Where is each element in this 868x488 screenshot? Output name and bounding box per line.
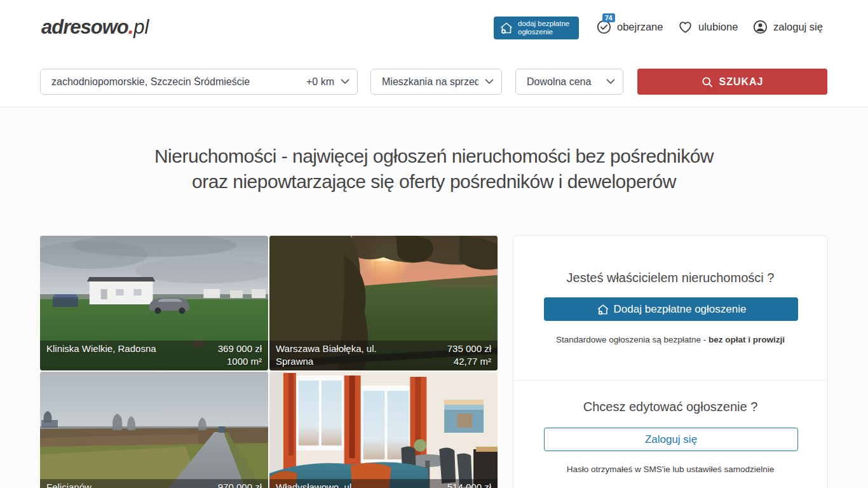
listing-card[interactable]: Władysławowo, ul. 514 000 zł [269, 372, 498, 488]
location-select[interactable]: zachodniopomorskie, Szczecin Śródmieście… [40, 69, 358, 95]
add-free-listing-label: Dodaj bezpłatne ogłoszenie [614, 303, 747, 316]
property-type-select[interactable]: Mieszkania na sprzedaż [370, 69, 502, 95]
listing-price: 970 000 zł [218, 481, 262, 488]
listing-caption: Felicjanów 970 000 zł [40, 479, 268, 488]
sidebar-divider [513, 380, 827, 381]
nav-login-label: zaloguj się [773, 21, 823, 33]
login-button-label: Zaloguj się [645, 433, 697, 446]
chevron-down-icon [606, 79, 615, 85]
chevron-down-icon [485, 79, 494, 85]
logo-text: adresowo [41, 16, 128, 38]
listing-area: 42,77 m² [447, 355, 491, 368]
check-circle-icon: 74 [596, 19, 612, 35]
listing-price-area: 369 000 zł 1000 m² [218, 342, 262, 368]
logo-tld: pl [133, 16, 149, 38]
listing-price: 369 000 zł [218, 342, 262, 355]
user-icon [752, 19, 768, 35]
radius-value: +0 km [306, 76, 334, 88]
house-plus-icon [596, 302, 610, 316]
owner-panel: Jesteś właścicielem nieruchomości ? Doda… [513, 235, 828, 488]
listing-card[interactable]: Kliniska Wielkie, Radosna 369 000 zł 100… [40, 236, 268, 370]
search-icon [701, 76, 714, 88]
chevron-down-icon [341, 79, 349, 85]
nav-viewed-label: obejrzane [617, 21, 663, 33]
location-value: zachodniopomorskie, Szczecin Śródmieście [51, 76, 301, 88]
owner-section: Jesteś właścicielem nieruchomości ? Doda… [513, 236, 827, 380]
price-select[interactable]: Dowolna cena [515, 69, 623, 95]
listing-card[interactable]: Felicjanów 970 000 zł [40, 372, 268, 488]
owner-note: Standardowe ogłoszenia są bezpłatne - be… [513, 335, 827, 344]
listing-area: 1000 m² [218, 355, 262, 368]
listing-price: 735 000 zł [447, 342, 491, 355]
price-value: Dowolna cena [527, 76, 600, 88]
add-free-listing-button[interactable]: Dodaj bezpłatne ogłoszenie [544, 297, 798, 321]
listing-caption: Władysławowo, ul. 514 000 zł [269, 479, 498, 488]
nav-favorites[interactable]: ulubione [677, 19, 738, 35]
login-button[interactable]: Zaloguj się [544, 428, 798, 451]
owner-title: Jesteś właścicielem nieruchomości ? [513, 271, 827, 285]
header: adresowo.pl dodaj bezpłatne ogłoszenie 7… [0, 0, 868, 54]
listing-price: 514 000 zł [447, 481, 491, 488]
search-button-label: SZUKAJ [719, 76, 763, 88]
nav-viewed[interactable]: 74 obejrzane [596, 19, 663, 35]
logo[interactable]: adresowo.pl [41, 15, 149, 39]
page-title: Nieruchomości - najwięcej ogłoszeń nieru… [0, 144, 868, 194]
search-button[interactable]: SZUKAJ [637, 69, 827, 95]
nav-favorites-label: ulubione [698, 21, 738, 33]
viewed-count-badge: 74 [602, 13, 615, 22]
listing-price-area: 735 000 zł 42,77 m² [447, 342, 491, 368]
edit-note: Hasło otrzymałeś w SMS'ie lub ustawiłeś … [513, 464, 827, 474]
page-title-line2: oraz niepowtarzające się oferty pośredni… [0, 169, 868, 194]
add-listing-label: dodaj bezpłatne ogłoszenie [518, 20, 569, 36]
listing-caption: Kliniska Wielkie, Radosna 369 000 zł 100… [40, 341, 268, 370]
listing-price-area: 514 000 zł [447, 481, 491, 488]
listing-photo-road [40, 372, 268, 488]
page-title-line1: Nieruchomości - najwięcej ogłoszeń nieru… [0, 144, 868, 169]
listing-location: Władysławowo, ul. [276, 481, 354, 488]
listing-location: Felicjanów [46, 481, 92, 488]
edit-title: Chcesz edytować ogłoszenie ? [513, 400, 827, 414]
listing-photo-interior [269, 372, 498, 488]
listing-card[interactable]: Warszawa Białołęka, ul. Sprawna 735 000 … [269, 236, 498, 370]
add-listing-button[interactable]: dodaj bezpłatne ogłoszenie [494, 17, 579, 39]
listing-caption: Warszawa Białołęka, ul. Sprawna 735 000 … [269, 341, 498, 370]
nav-login[interactable]: zaloguj się [752, 19, 823, 35]
listing-price-area: 970 000 zł [218, 481, 262, 488]
listing-location: Warszawa Białołęka, ul. Sprawna [276, 342, 400, 368]
property-type-value: Mieszkania na sprzedaż [382, 76, 478, 88]
heart-icon [677, 19, 693, 35]
house-plus-icon [499, 20, 514, 36]
listing-location: Kliniska Wielkie, Radosna [46, 342, 156, 368]
